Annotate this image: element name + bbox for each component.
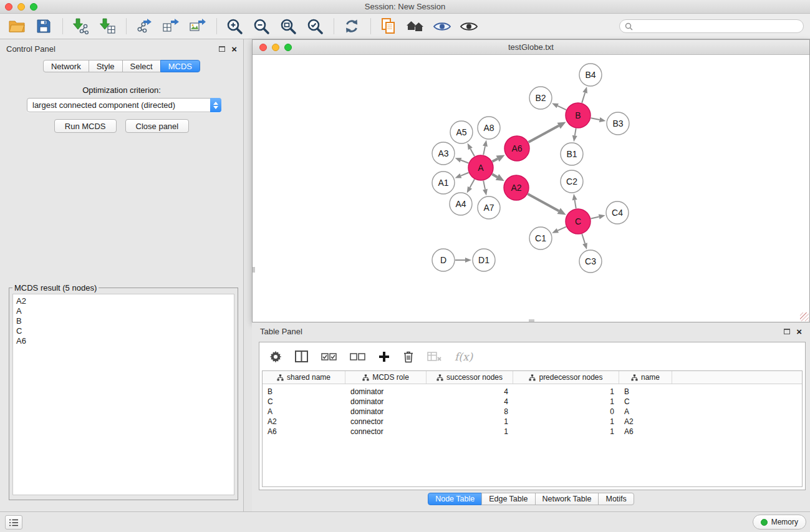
zoom-in-button[interactable]: [224, 16, 245, 37]
close-panel-icon[interactable]: ×: [231, 46, 237, 52]
graph-node-B2[interactable]: B2: [529, 87, 552, 109]
graph-node-B4[interactable]: B4: [579, 64, 602, 86]
graph-edge-C-C4[interactable]: [591, 217, 599, 219]
home-button[interactable]: [405, 16, 426, 37]
tab-network[interactable]: Network: [43, 60, 89, 72]
table-row[interactable]: Bdominator41B: [263, 387, 802, 397]
graphics-details-button[interactable]: [432, 16, 453, 37]
network-minimize-button[interactable]: [272, 44, 279, 51]
zoom-selected-button[interactable]: [304, 16, 325, 37]
graph-node-A8[interactable]: A8: [478, 117, 500, 139]
graph-edge-B-B3[interactable]: [591, 118, 600, 120]
export-table-button[interactable]: [160, 16, 181, 37]
zoom-fit-button[interactable]: [277, 16, 299, 37]
open-session-button[interactable]: [6, 16, 27, 37]
refresh-layout-button[interactable]: [341, 16, 362, 37]
column-header-name[interactable]: name: [619, 371, 672, 384]
minimize-window-button[interactable]: [17, 3, 25, 11]
graph-node-A2[interactable]: A2: [504, 175, 529, 200]
save-session-button[interactable]: [33, 16, 54, 37]
mcds-result-list[interactable]: A2ABCA6: [12, 294, 234, 495]
add-column-button[interactable]: [378, 351, 390, 362]
network-close-button[interactable]: [259, 44, 267, 51]
float-panel-icon[interactable]: [219, 46, 225, 52]
graph-node-B[interactable]: B: [566, 103, 591, 128]
graph-node-A6[interactable]: A6: [504, 136, 529, 161]
import-table-button[interactable]: [97, 16, 118, 37]
select-all-button[interactable]: [321, 352, 337, 361]
tab-motifs[interactable]: Motifs: [598, 493, 634, 505]
graph-edge-A6-B[interactable]: [529, 126, 559, 142]
graph-edge-A-A1[interactable]: [461, 173, 469, 176]
graph-edge-A-A3[interactable]: [461, 160, 468, 163]
delete-column-button[interactable]: [403, 351, 414, 363]
graph-edge-A-A8[interactable]: [483, 146, 485, 155]
column-header-MCDS-role[interactable]: MCDS role: [345, 371, 427, 384]
graph-node-C2[interactable]: C2: [561, 170, 583, 193]
fullscreen-window-button[interactable]: [30, 3, 37, 11]
graph-edge-A-A2[interactable]: [492, 174, 497, 177]
graph-edge-C-C2[interactable]: [575, 200, 576, 209]
graph-node-A1[interactable]: A1: [432, 172, 455, 194]
column-header-predecessor-nodes[interactable]: predecessor nodes: [513, 371, 619, 384]
graph-edge-A2-C[interactable]: [528, 194, 559, 211]
graph-edge-C-C3[interactable]: [582, 234, 585, 243]
delete-table-button[interactable]: [427, 352, 441, 362]
graph-edge-B-B2[interactable]: [557, 106, 566, 110]
graph-node-C[interactable]: C: [566, 209, 591, 234]
graph-edge-A-A4[interactable]: [470, 179, 475, 187]
task-history-button[interactable]: [5, 515, 22, 530]
tab-style[interactable]: Style: [89, 60, 123, 72]
result-item[interactable]: B: [16, 316, 231, 326]
network-zoom-button[interactable]: [284, 44, 292, 51]
graph-node-C3[interactable]: C3: [579, 250, 602, 273]
close-window-button[interactable]: [5, 3, 12, 11]
graph-node-A5[interactable]: A5: [450, 121, 473, 143]
table-row[interactable]: A2connector11A2: [263, 417, 802, 427]
zoom-out-button[interactable]: [251, 16, 272, 37]
close-panel-button[interactable]: Close panel: [125, 119, 190, 133]
column-header-shared-name[interactable]: shared name: [263, 371, 345, 384]
export-network-button[interactable]: [133, 16, 155, 37]
table-row[interactable]: Cdominator41C: [263, 397, 802, 407]
graph-node-C1[interactable]: C1: [529, 227, 552, 249]
column-header-successor-nodes[interactable]: successor nodes: [427, 371, 513, 384]
table-row[interactable]: Adominator80A: [263, 407, 802, 417]
table-row[interactable]: A6connector11A6: [263, 427, 802, 437]
graph-node-A3[interactable]: A3: [432, 142, 455, 165]
result-item[interactable]: C: [16, 326, 231, 336]
graph-edge-A-A7[interactable]: [483, 181, 485, 190]
tab-mcds[interactable]: MCDS: [160, 60, 200, 72]
graph-node-B1[interactable]: B1: [561, 143, 583, 165]
graph-node-D1[interactable]: D1: [473, 249, 495, 271]
show-hide-button[interactable]: [458, 16, 480, 37]
resize-grip-icon[interactable]: [800, 312, 809, 321]
close-table-panel-icon[interactable]: ×: [796, 328, 802, 335]
graph-node-C4[interactable]: C4: [606, 201, 629, 224]
import-network-button[interactable]: [70, 16, 91, 37]
memory-button[interactable]: Memory: [753, 515, 806, 530]
graph-node-B3[interactable]: B3: [607, 112, 629, 135]
table-settings-button[interactable]: [269, 351, 282, 363]
result-item[interactable]: A6: [16, 336, 231, 346]
graph-node-D[interactable]: D: [432, 249, 455, 271]
graph-node-A4[interactable]: A4: [450, 193, 472, 215]
tab-network-table[interactable]: Network Table: [535, 493, 599, 505]
search-input[interactable]: [636, 22, 798, 31]
tab-edge-table[interactable]: Edge Table: [481, 493, 535, 505]
graph-node-A[interactable]: A: [468, 155, 493, 180]
function-builder-button[interactable]: f(x): [455, 351, 473, 363]
graph-edge-B-B4[interactable]: [582, 93, 585, 103]
deselect-all-button[interactable]: [350, 352, 365, 361]
tab-node-table[interactable]: Node Table: [428, 493, 482, 505]
copy-document-button[interactable]: [378, 16, 399, 37]
result-item[interactable]: A: [16, 306, 231, 316]
network-canvas[interactable]: B4B2BB3A5A8A6A3B1AC2A1A2A4A7C4CC1DD1C3: [253, 55, 809, 322]
export-image-button[interactable]: [187, 16, 208, 37]
graph-edge-B-B1[interactable]: [575, 128, 576, 136]
graph-edge-A-A5[interactable]: [470, 148, 475, 156]
tab-select[interactable]: Select: [122, 60, 161, 72]
run-mcds-button[interactable]: Run MCDS: [54, 119, 117, 133]
show-columns-button[interactable]: [295, 351, 308, 362]
result-item[interactable]: A2: [16, 296, 231, 306]
